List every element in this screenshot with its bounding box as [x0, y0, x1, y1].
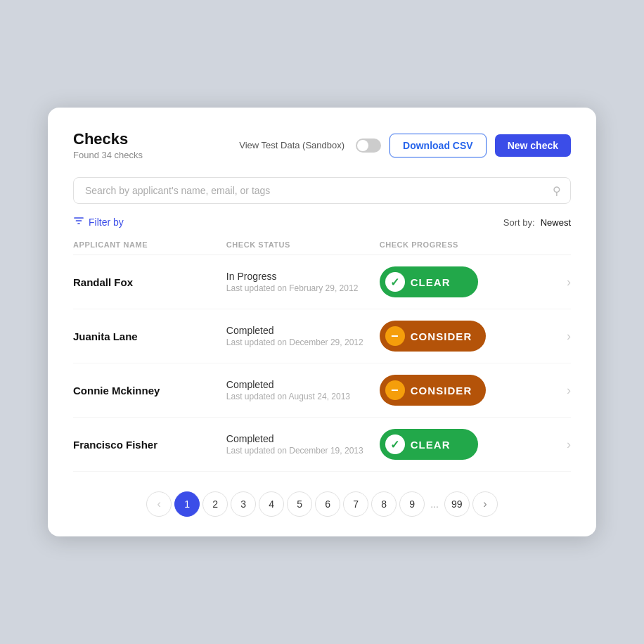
status-date: Last updated on December 19, 2013	[226, 446, 380, 456]
page-button-99[interactable]: 99	[444, 491, 470, 517]
progress-badge: ✓ CLEAR	[380, 266, 478, 297]
search-input-wrap: ⚲	[73, 177, 571, 204]
sort-label: Sort by:	[503, 217, 535, 228]
sandbox-toggle[interactable]	[356, 139, 381, 153]
filter-sort-row: Filter by Sort by: Newest	[73, 215, 571, 229]
check-status-col: Completed Last updated on December 19, 2…	[226, 433, 380, 456]
sort-value: Newest	[541, 217, 571, 228]
applicant-name: Juanita Lane	[73, 330, 226, 342]
table-row[interactable]: Randall Fox In Progress Last updated on …	[73, 255, 571, 309]
badge-icon: −	[385, 326, 405, 346]
sandbox-label: View Test Data (Sandbox)	[239, 140, 344, 150]
progress-col: ✓ CLEAR	[380, 429, 548, 460]
search-input[interactable]	[73, 177, 571, 204]
progress-badge: − CONSIDER	[380, 375, 487, 406]
page-button-3[interactable]: 3	[231, 491, 256, 517]
row-chevron: ›	[548, 437, 571, 452]
page-button-2[interactable]: 2	[202, 491, 228, 517]
page-title: Checks	[73, 130, 143, 148]
table-row[interactable]: Francisco Fisher Completed Last updated …	[73, 418, 571, 472]
progress-badge: − CONSIDER	[380, 321, 487, 352]
table-body: Randall Fox In Progress Last updated on …	[73, 255, 571, 472]
download-csv-button[interactable]: Download CSV	[389, 134, 487, 157]
search-row: ⚲	[73, 177, 571, 204]
main-card: Checks Found 34 checks View Test Data (S…	[48, 108, 596, 536]
badge-label: CLEAR	[411, 439, 451, 451]
status-date: Last updated on December 29, 2012	[226, 337, 380, 347]
check-status-col: In Progress Last updated on February 29,…	[226, 271, 380, 293]
status-label: Completed	[226, 433, 380, 444]
status-label: Completed	[226, 325, 380, 336]
page-button-6[interactable]: 6	[315, 491, 340, 517]
page-button-7[interactable]: 7	[343, 491, 368, 517]
col-header-status: CHECK STATUS	[226, 240, 380, 249]
page-button-5[interactable]: 5	[287, 491, 312, 517]
status-date: Last updated on August 24, 2013	[226, 392, 380, 401]
filter-label: Filter by	[89, 217, 124, 228]
table-header: APPLICANT NAME CHECK STATUS CHECK PROGRE…	[73, 240, 571, 255]
page-button-4[interactable]: 4	[259, 491, 284, 517]
applicant-name: Randall Fox	[73, 276, 226, 288]
badge-icon: −	[385, 380, 405, 400]
check-status-col: Completed Last updated on August 24, 201…	[226, 379, 380, 401]
col-header-action	[548, 240, 571, 249]
page-button-1[interactable]: 1	[174, 491, 200, 517]
header-left: Checks Found 34 checks	[73, 130, 143, 160]
prev-page-button[interactable]: ‹	[146, 491, 172, 517]
badge-label: CONSIDER	[411, 330, 472, 342]
col-header-name: APPLICANT NAME	[73, 240, 226, 249]
progress-col: − CONSIDER	[380, 375, 548, 406]
status-date: Last updated on February 29, 2012	[226, 283, 380, 293]
applicant-name: Francisco Fisher	[73, 439, 226, 451]
next-page-button[interactable]: ›	[472, 491, 498, 517]
progress-col: − CONSIDER	[380, 321, 548, 352]
badge-icon: ✓	[385, 272, 405, 292]
header-right: View Test Data (Sandbox) Download CSV Ne…	[239, 134, 571, 157]
sort-row: Sort by: Newest	[503, 217, 571, 228]
table-row[interactable]: Juanita Lane Completed Last updated on D…	[73, 309, 571, 363]
new-check-button[interactable]: New check	[495, 134, 571, 157]
pagination-dots: ...	[427, 498, 442, 510]
table-row[interactable]: Connie Mckinney Completed Last updated o…	[73, 363, 571, 418]
row-chevron: ›	[548, 383, 571, 398]
filter-icon	[73, 215, 84, 229]
row-chevron: ›	[548, 329, 571, 344]
progress-col: ✓ CLEAR	[380, 266, 548, 297]
search-icon: ⚲	[553, 184, 561, 198]
badge-label: CONSIDER	[411, 385, 472, 397]
pagination: ‹ 1 2 3 4 5 6 7 8 9 ... 99 ›	[73, 491, 571, 517]
page-button-9[interactable]: 9	[399, 491, 425, 517]
applicant-name: Connie Mckinney	[73, 385, 226, 397]
page-button-8[interactable]: 8	[371, 491, 397, 517]
status-label: In Progress	[226, 271, 380, 282]
col-header-progress: CHECK PROGRESS	[380, 240, 548, 249]
badge-label: CLEAR	[411, 276, 451, 288]
check-status-col: Completed Last updated on December 29, 2…	[226, 325, 380, 347]
found-count: Found 34 checks	[73, 150, 143, 160]
filter-button[interactable]: Filter by	[73, 215, 124, 229]
status-label: Completed	[226, 379, 380, 390]
progress-badge: ✓ CLEAR	[380, 429, 478, 460]
row-chevron: ›	[548, 275, 571, 290]
header-row: Checks Found 34 checks View Test Data (S…	[73, 130, 571, 160]
badge-icon: ✓	[385, 434, 405, 454]
